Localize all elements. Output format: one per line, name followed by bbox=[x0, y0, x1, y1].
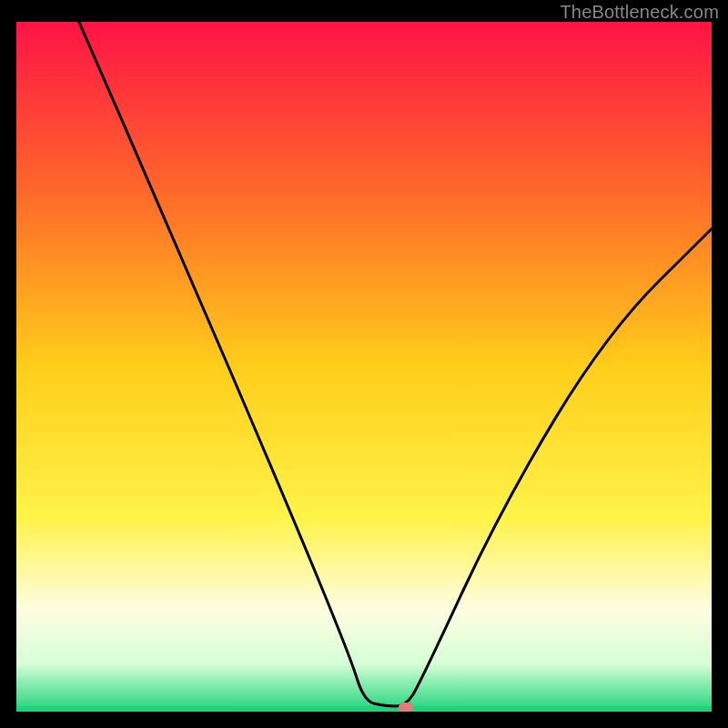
plot-area bbox=[16, 22, 712, 712]
chart-frame: TheBottleneck.com bbox=[0, 0, 728, 728]
attribution-label: TheBottleneck.com bbox=[560, 2, 719, 23]
green-baseline bbox=[16, 706, 712, 712]
plot-svg bbox=[16, 22, 712, 712]
gradient-background bbox=[16, 22, 712, 712]
optimum-marker-icon bbox=[399, 703, 413, 712]
